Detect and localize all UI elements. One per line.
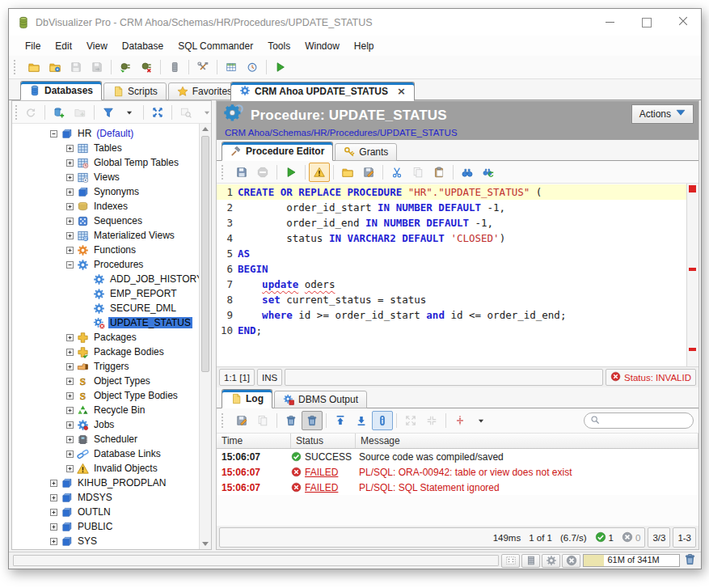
expand-toggle-icon[interactable] <box>66 363 74 370</box>
column-message[interactable]: Message <box>356 434 698 448</box>
expand-toggle-icon[interactable] <box>50 523 57 531</box>
expand-toggle-icon[interactable] <box>66 392 74 400</box>
collapse-toggle-icon[interactable] <box>66 261 74 269</box>
tree-item-emp-report[interactable]: EMP_REPORT <box>12 286 199 301</box>
background-tasks-button[interactable] <box>542 554 560 568</box>
tree-item-tables[interactable]: Tables <box>12 141 199 155</box>
expand-toggle-icon[interactable] <box>66 421 74 429</box>
search-input[interactable] <box>603 415 687 426</box>
stop-all-button[interactable] <box>562 554 580 568</box>
expand-toggle-icon[interactable] <box>66 407 74 414</box>
disconnect-button[interactable] <box>136 57 157 77</box>
menu-tools[interactable]: Tools <box>261 38 297 54</box>
log-row[interactable]: 15:06:07SUCCESSSource code was compiled/… <box>217 449 698 464</box>
tree-item-database-links[interactable]: Database Links <box>12 446 199 461</box>
error-mark[interactable] <box>689 268 696 271</box>
log-row[interactable]: 15:06:07FAILEDPL/SQL: ORA-00942: table o… <box>217 464 698 480</box>
fit-row-height-button[interactable] <box>449 411 471 430</box>
scrollbar-thumb[interactable] <box>201 136 209 372</box>
execute-button[interactable] <box>281 163 302 182</box>
create-connection-button[interactable] <box>49 103 70 122</box>
connect-button[interactable] <box>115 57 136 77</box>
open-bookmarked-button[interactable] <box>44 57 65 77</box>
tree-item-views[interactable]: Views <box>12 170 199 184</box>
expand-toggle-icon[interactable] <box>66 465 74 472</box>
tree-item-sequences[interactable]: Sequences <box>12 214 199 228</box>
filter-connections-button[interactable] <box>98 103 119 122</box>
tab-scripts[interactable]: Scripts <box>103 82 167 100</box>
menu-help[interactable]: Help <box>348 38 381 54</box>
save-procedure-button[interactable] <box>231 163 252 182</box>
expand-toggle-icon[interactable] <box>66 247 74 254</box>
menu-file[interactable]: File <box>19 38 47 54</box>
column-time[interactable]: Time <box>217 434 291 448</box>
tree-item-hr[interactable]: HR(Default) <box>12 126 199 141</box>
code-lines[interactable]: 1CREATE OR REPLACE PROCEDURE "HR"."UPDAT… <box>217 184 686 366</box>
clear-log-button[interactable] <box>281 411 302 430</box>
tree-item-global-temp-tables[interactable]: Global Temp Tables <box>12 155 199 170</box>
scroll-to-bottom-button[interactable] <box>351 411 372 430</box>
menu-window[interactable]: Window <box>298 38 346 54</box>
tree-item-object-type-bodies[interactable]: SObject Type Bodies <box>12 388 199 403</box>
expand-toggle-icon[interactable] <box>66 334 74 341</box>
tab-procedure-editor[interactable]: Procedure Editor <box>222 142 333 161</box>
tree-item-invalid-objects[interactable]: Invalid Objects <box>12 461 199 476</box>
expand-toggle-icon[interactable] <box>66 378 74 385</box>
code-line-2[interactable]: 2 order_id_start IN NUMBER DEFAULT -1, <box>217 200 686 215</box>
garbage-collect-button[interactable] <box>682 554 697 567</box>
tab-grants[interactable]: Grants <box>335 143 397 161</box>
expand-toggle-icon[interactable] <box>66 232 74 239</box>
expand-toggle-icon[interactable] <box>66 436 74 443</box>
tree-item-update-status[interactable]: UPDATE_STATUS <box>12 315 199 330</box>
tree-item-kihub-prodplan[interactable]: KIHUB_PRODPLAN <box>12 476 199 490</box>
tree-item-packages[interactable]: Packages <box>12 330 199 345</box>
paste-button[interactable] <box>428 163 449 182</box>
menu-database[interactable]: Database <box>116 38 170 54</box>
actions-button[interactable]: Actions <box>632 105 693 123</box>
tab-dbms-output[interactable]: DBMS Output <box>274 391 367 408</box>
tree-item-public[interactable]: PUBLIC <box>12 519 199 534</box>
code-line-5[interactable]: 5AS <box>217 246 686 261</box>
tree-item-secure-dml[interactable]: SECURE_DML <box>12 301 199 315</box>
tree-item-materialized-views[interactable]: Materialized Views <box>12 228 199 243</box>
collapse-toggle-icon[interactable] <box>50 130 57 137</box>
cut-button[interactable] <box>386 163 407 182</box>
tab-databases[interactable]: Databases <box>20 81 102 100</box>
toolbar-grip[interactable] <box>15 105 17 120</box>
task-timer-button[interactable] <box>242 57 263 77</box>
tab-close-icon[interactable]: × <box>397 87 406 95</box>
save-to-file-button[interactable] <box>358 163 379 182</box>
code-line-1[interactable]: 1CREATE OR REPLACE PROCEDURE "HR"."UPDAT… <box>217 184 686 200</box>
expand-toggle-icon[interactable] <box>66 203 74 210</box>
go-bookmark-button[interactable] <box>270 57 291 77</box>
menu-sql-commander[interactable]: SQL Commander <box>171 38 260 54</box>
expand-toggle-icon[interactable] <box>66 145 74 152</box>
minimize-button[interactable] <box>592 9 628 36</box>
menu-edit[interactable]: Edit <box>49 38 78 54</box>
menu-view[interactable]: View <box>80 38 114 54</box>
memory-indicator[interactable]: 61M of 341M <box>583 554 680 567</box>
pin-window-button[interactable] <box>501 554 520 568</box>
tree-item-sys[interactable]: SYS <box>12 534 199 548</box>
expand-toggle-icon[interactable] <box>66 188 74 196</box>
tree-item-synonyms[interactable]: Synonyms <box>12 184 199 199</box>
tree-item-triggers[interactable]: Triggers <box>12 359 199 374</box>
code-line-4[interactable]: 4 status IN VARCHAR2 DEFAULT 'CLOSED') <box>217 231 686 246</box>
tree-item-indexes[interactable]: Indexes <box>12 199 199 214</box>
code-line-9[interactable]: 9 where id >= order_id_start and id <= o… <box>217 307 686 323</box>
tab-log[interactable]: Log <box>222 389 272 408</box>
grid-window-button[interactable] <box>221 57 242 77</box>
tool-properties-button[interactable] <box>192 57 213 77</box>
load-from-file-button[interactable] <box>337 163 358 182</box>
tree-item-jobs[interactable]: Jobs <box>12 417 199 432</box>
export-log-button[interactable] <box>231 411 252 430</box>
expand-toggle-icon[interactable] <box>50 538 57 545</box>
toolbar-grip[interactable] <box>14 60 20 74</box>
expand-toggle-icon[interactable] <box>66 451 74 458</box>
expand-toggle-icon[interactable] <box>66 159 74 167</box>
tree-item-functions[interactable]: Functions <box>12 243 199 257</box>
scroll-to-top-button[interactable] <box>330 411 351 430</box>
find-replace-button[interactable] <box>478 163 499 182</box>
find-button[interactable] <box>457 163 478 182</box>
collapse-all-button[interactable] <box>147 103 168 122</box>
